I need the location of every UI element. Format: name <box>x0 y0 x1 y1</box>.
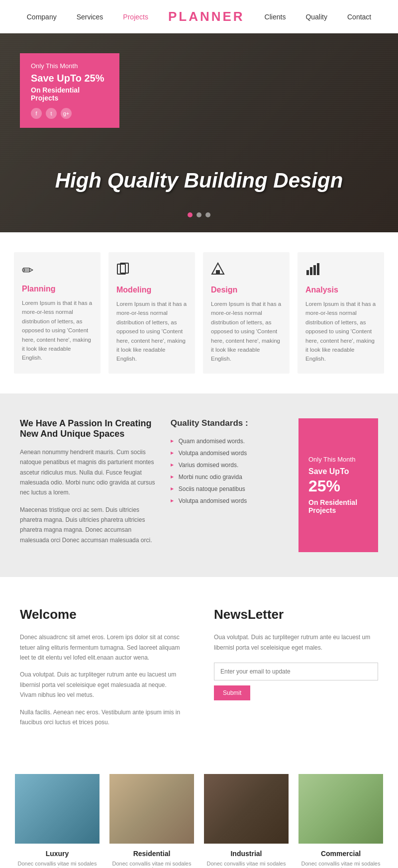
newsletter-title: NewsLetter <box>214 607 378 622</box>
nav-services[interactable]: Services <box>77 13 103 21</box>
quality-standards: Quality Standards : Quam andomised words… <box>171 418 284 553</box>
gallery-residential-sub: Donec convallis vitae mi sodales varius <box>109 861 194 868</box>
quality-item-2: Volutpa andomised words <box>171 447 284 459</box>
welcome-content: Welcome Donec alsuadrcnc sit amet eros. … <box>20 607 204 734</box>
welcome-title: Welcome <box>20 607 184 622</box>
passion-left: We Have A Passion In Creating New And Un… <box>20 418 156 553</box>
svg-rect-4 <box>306 270 309 275</box>
gallery-luxury-label: Luxury <box>15 850 100 858</box>
passion-promo: Only This Month Save UpTo 25% On Residen… <box>298 418 378 553</box>
hero-promo-only: Only This Month <box>31 62 108 70</box>
facebook-icon[interactable]: f <box>31 108 42 119</box>
quality-list: Quam andomised words. Volutpa andomised … <box>171 435 284 507</box>
hero-promo-on: On Residential Projects <box>31 86 108 102</box>
svg-rect-3 <box>216 270 220 274</box>
gallery-luxury: Luxury Donec convallis vitae mi sodales … <box>15 774 100 868</box>
planning-title: Planning <box>22 285 93 293</box>
newsletter-para: Oua volutpat. Duis ac turpliteger rutrum… <box>214 632 378 653</box>
hero-promo-box: Only This Month Save UpTo 25% On Residen… <box>20 53 119 128</box>
modeling-title: Modeling <box>116 286 187 294</box>
design-title: Design <box>211 286 282 294</box>
twitter-icon[interactable]: t <box>46 108 57 119</box>
svg-rect-5 <box>310 267 312 275</box>
analysis-text: Lorem Ipsum is that it has a more-or-les… <box>305 299 376 364</box>
newsletter-submit-button[interactable]: Submit <box>214 685 250 700</box>
newsletter-email-input[interactable] <box>214 663 378 680</box>
googleplus-icon[interactable]: g+ <box>61 108 72 119</box>
design-text: Lorem Ipsum is that it has a more-or-les… <box>211 299 282 364</box>
gallery-section: Luxury Donec convallis vitae mi sodales … <box>0 764 398 868</box>
gallery-industrial: Industrial Donec convallis vitae mi soda… <box>204 774 289 868</box>
passion-promo-save: Save UpTo <box>308 467 368 476</box>
modeling-icon <box>116 262 187 280</box>
hero-dot-2[interactable] <box>197 212 201 217</box>
svg-rect-6 <box>313 265 316 275</box>
nav-company[interactable]: Company <box>27 13 57 21</box>
feature-modeling: Modeling Lorem Ipsum is that it has a mo… <box>108 252 195 374</box>
quality-item-6: Volutpa andomised words <box>171 495 284 507</box>
gallery-residential: Residential Donec convallis vitae mi sod… <box>109 774 194 868</box>
planning-text: Lorem Ipsum is that it has a more-or-les… <box>22 298 93 363</box>
passion-para2: Maecenas tristique orci ac sem. Duis ult… <box>20 505 156 546</box>
welcome-para1: Donec alsuadrcnc sit amet eros. Lorem ip… <box>20 632 184 663</box>
features-section: ✏ Planning Lorem Ipsum is that it has a … <box>0 232 398 393</box>
gallery-commercial-label: Commercial <box>298 850 383 858</box>
feature-design: Design Lorem Ipsum is that it has a more… <box>203 252 290 374</box>
svg-rect-7 <box>317 263 319 275</box>
gallery-residential-image <box>109 774 194 844</box>
nav-clients[interactable]: Clients <box>265 13 286 21</box>
hero-dot-3[interactable] <box>205 212 210 217</box>
analysis-title: Analysis <box>305 286 376 294</box>
planning-icon: ✏ <box>22 262 93 279</box>
analysis-icon <box>305 262 376 280</box>
gallery-commercial-image <box>298 774 383 844</box>
passion-title: We Have A Passion In Creating New And Un… <box>20 418 156 439</box>
gallery-industrial-sub: Donec convallis vitae mi sodales varius <box>204 861 289 868</box>
gallery-luxury-sub: Donec convallis vitae mi sodales varius <box>15 861 100 868</box>
nav-projects[interactable]: Projects <box>123 13 148 21</box>
gallery-industrial-image <box>204 774 289 844</box>
nav-logo[interactable]: PLANNER <box>168 9 245 24</box>
hero-socials: f t g+ <box>31 108 108 119</box>
welcome-section: Welcome Donec alsuadrcnc sit amet eros. … <box>0 577 398 764</box>
hero-promo-save: Save UpTo 25% <box>31 73 108 84</box>
passion-promo-on: On Residential Projects <box>308 498 368 514</box>
design-icon <box>211 262 282 280</box>
welcome-para3: Nulla facilis. Aenean nec eros. Vestibul… <box>20 707 184 728</box>
passion-promo-pct: 25% <box>308 477 368 495</box>
newsletter-content: NewsLetter Oua volutpat. Duis ac turplit… <box>204 607 378 734</box>
gallery-commercial-sub: Donec convallis vitae mi sodales varius <box>298 861 383 868</box>
quality-item-4: Morbi nunc odio gravida <box>171 471 284 483</box>
quality-item-5: Sociis natoque penatibus <box>171 483 284 495</box>
gallery-luxury-image <box>15 774 100 844</box>
passion-section: We Have A Passion In Creating New And Un… <box>0 393 398 578</box>
gallery-residential-label: Residential <box>109 850 194 858</box>
passion-promo-only: Only This Month <box>308 456 368 463</box>
welcome-para2: Oua volutpat. Duis ac turpliteger rutrum… <box>20 670 184 700</box>
hero-dot-1[interactable] <box>188 212 193 217</box>
quality-title: Quality Standards : <box>171 418 284 428</box>
hero-section: Only This Month Save UpTo 25% On Residen… <box>0 33 398 232</box>
hero-dots <box>188 212 210 217</box>
hero-title: High Quality Building Design <box>0 169 398 193</box>
feature-planning: ✏ Planning Lorem Ipsum is that it has a … <box>14 252 100 374</box>
gallery-industrial-label: Industrial <box>204 850 289 858</box>
quality-item-3: Varius domised words. <box>171 459 284 471</box>
gallery-commercial: Commercial Donec convallis vitae mi soda… <box>298 774 383 868</box>
passion-para1: Aenean nonummy hendrerit mauris. Cum soc… <box>20 447 156 498</box>
quality-item-1: Quam andomised words. <box>171 435 284 447</box>
navbar: Company Services Projects PLANNER Client… <box>0 0 398 33</box>
nav-quality[interactable]: Quality <box>305 13 327 21</box>
nav-contact[interactable]: Contact <box>347 13 371 21</box>
modeling-text: Lorem Ipsum is that it has a more-or-les… <box>116 299 187 364</box>
feature-analysis: Analysis Lorem Ipsum is that it has a mo… <box>298 252 384 374</box>
